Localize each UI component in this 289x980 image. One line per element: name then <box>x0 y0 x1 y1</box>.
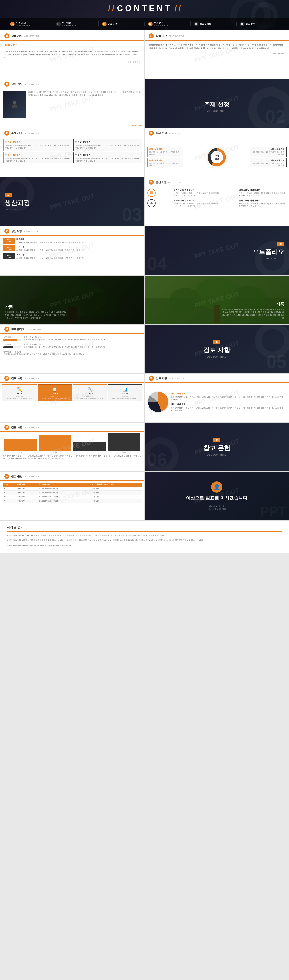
portfolio-title-6r: 작품 <box>221 302 284 307</box>
list-num-5l-1: 제 1자재 <box>16 238 141 241</box>
slide-7l: 04 포트폴리오 ADD YOUR TITLE 업무·내용 1 업무·내용 1·… <box>0 325 144 373</box>
nav-sub-1: ADD YOUR TITLE <box>16 24 30 27</box>
slide-subtitle-3l: ADD YOUR TITLE <box>24 132 39 134</box>
body-2l: 프레젠테이션에서 좋은 마디시킨다고 싶고 간결합니다. 간결에 이미 트하여야… <box>28 91 141 118</box>
section-num-big-5r: 04 <box>147 253 167 274</box>
ending-title: 이상으로 발표를 마치겠습니다 <box>152 495 281 501</box>
nav-label-3: 검토 사항 <box>108 22 118 25</box>
box-body-3r-3: 프레젠테이션에서 좋은 마디시킨다고 싶고 간결합니다. <box>149 162 181 167</box>
nav-num-2: 04 <box>56 22 61 26</box>
section-num-big-9r: 06 <box>147 449 167 470</box>
box-3l-2: 배경 2·내용 입력 프레젠테이션에서 좋은 마디시킨다고 싶고 간결합니다. … <box>73 139 141 151</box>
slide-num-2l: 01 <box>4 81 9 87</box>
box-title-3r-1: 배경 1·내용 입력 <box>149 148 181 151</box>
slide-5r: 04 포트폴리오 ADD YOUR TITLE 04 PPT TAKE OUT <box>144 226 289 275</box>
slide-4l: 03 생산과정 ADD YOUR TITLE 03 PPT TAKE OUT <box>0 177 144 226</box>
nav-sub-2: ADD YOUR TITLE <box>62 24 76 27</box>
desc-8r-2: 설명 2·내용 입력 프레젠테이션에서 좋은 마디시킨다고 싶고 간결합니다. … <box>171 403 286 412</box>
box-3r-3: 배경 3·내용 입력 프레젠테이션에서 좋은 마디시킨다고 싶고 간결합니다. <box>147 158 183 168</box>
tl-step-1: 글자 1·내용 입력하세요 사용하는 방법에 이용하여 내용을 이렇게 편집 프… <box>174 189 221 197</box>
cover-slash-right: / / <box>175 4 181 13</box>
slide-1r: 01 작품 개요 ADD YOUR TITLE 프레젠테이션에서 좋은 마디시킨… <box>144 30 289 79</box>
progress-body-7l-2: 업무·내용 2·내용 입력프레젠테이션에서 좋은 마디시킨다고 싶고 간결합니다… <box>24 343 105 348</box>
slide-row-6: 작품 프레젠테이션에서 좋은 마디시킨다고 싶고 간결합니다. 연내 간결하게 … <box>0 275 289 325</box>
box-body-3l-4: 프레젠테이션에서 좋은 마디시킨다고 싶고 간결합니다. 연내 간결하게 포하여… <box>75 157 140 162</box>
box-title-3l-1: 배경 1·내용 입력 <box>5 141 70 143</box>
section-num-9r: 06 <box>213 438 220 442</box>
pie-chart-8r <box>148 392 168 412</box>
ending-avatar: 👤 <box>211 481 222 493</box>
slide-row-9: 05 검토 사항 ADD YOUR TITLE 2014 2015 <box>0 422 289 471</box>
nav-label-2: 영산과정 <box>62 21 76 24</box>
slide-row-7: 04 포트폴리오 ADD YOUR TITLE 업무·내용 1 업무·내용 1·… <box>0 325 289 373</box>
nav-label-4: 주제 선정 <box>154 21 168 24</box>
icon-box-8l-3: 🔍 TITLE 3 내용 입력프레젠테이션에서 좋은 마디시킨다고. <box>73 385 107 401</box>
section-num-big-4l: 03 <box>122 204 142 225</box>
slide-4r: 03 생산과정 ADD YOUR TITLE 글자 1·내용 입력하세요 사용하… <box>144 177 289 226</box>
bar-label-9l-4: 2017 <box>122 452 126 453</box>
box-body-3l-3: 프레젠테이션에서 좋은 마디시킨다고 싶고 간결합니다. 연내 간결하게 포하여… <box>5 157 70 162</box>
nav-label-6: 참고 문헌 <box>246 22 256 25</box>
progress-body-7l-1: 업무·내용 1·내용 입력프레젠테이션에서 좋은 마디시킨다고 싶고 간결합니다… <box>24 336 105 341</box>
table-row-3: 03 내용 입력 참고문헌 내용을 작성합니다. 내용 입력 <box>3 495 141 499</box>
slide-8r: 05 검토 사항 ADD YOUR TITLE 설명 1·내용 입력 프레젠테이… <box>144 373 289 422</box>
author-1r: 조직: 내용 입력 <box>149 52 285 55</box>
nav-num-1: 01 <box>10 22 15 26</box>
section-sub-7r: ADD YOUR TITLE <box>203 356 230 358</box>
bar-9l-1 <box>4 439 37 451</box>
list-item-5l-3: ADD TITLE 제 3자재 사용하는 방법의 진행하여 내용을 이렇게 편집… <box>3 253 141 259</box>
nav-item-6: 06 참고 문헌 <box>237 22 283 26</box>
box-body-3l-1: 프레젠테이션에서 좋은 마디시킨다고 싶고 간결합니다. 연내 간결하게 포하여… <box>5 144 70 150</box>
slide-num-3r: 02 <box>149 130 154 135</box>
icon-8l-4: 📊 <box>109 387 141 392</box>
box-title-3l-4: 배경 4·내용 입력 <box>75 153 140 156</box>
progress-item-7l-3: 업무·내용 3·내용 입력프레젠테이션에서 좋은 마디시킨다고 싶고 간결합니다… <box>3 350 141 356</box>
nav-item-3: 05 검토 사항 <box>98 22 145 26</box>
copyright-body2: 이 프레젠테이션을 사용하는 사람은 다음과 같은 행위를 할 수 없습니다. … <box>7 539 282 542</box>
nav-num-4: 02 <box>148 22 152 26</box>
slide-num-4r: 03 <box>149 180 154 185</box>
slide-8l: 05 검토 사항 ADD YOUR TITLE ✏️ TITLE 내용 입력프레… <box>0 373 144 422</box>
center-circle-3r: 주제선정 <box>208 148 226 166</box>
slide-subtitle-2l: ADD YOUR TITLE <box>24 83 39 85</box>
slide-subtitle-5l: ADD YOUR TITLE <box>24 230 39 232</box>
section-title-9r: 참고 문헌 <box>203 444 230 452</box>
box-3l-4: 배경 4·내용 입력 프레젠테이션에서 좋은 마디시킨다고 싶고 간결합니다. … <box>73 152 141 164</box>
slide-subtitle-10l: ADD YOUR TITLE <box>24 476 39 477</box>
progress-item-7l-1: 업무·내용 1 업무·내용 1·내용 입력프레젠테이션에서 좋은 마디시킨다고 … <box>3 336 141 341</box>
slide-num-5l: 03 <box>4 229 9 234</box>
icon-desc-8l-1: 내용 입력프레젠테이션에서 좋은 마디시킨다고. <box>4 395 35 399</box>
box-3r-1: 배경 1·내용 입력 프레젠테이션에서 좋은 마디시킨다고 싶고 간결합니다. <box>147 147 183 157</box>
nav-item-2: 04 영산과정 ADD YOUR TITLE <box>53 21 99 27</box>
center-label-3r: 주제선정 <box>211 151 223 164</box>
bar-label-9l-1: 2014 <box>19 452 22 453</box>
author-1l: 조직: 내용 입력 <box>4 61 140 64</box>
section-num-big-7r: 05 <box>267 351 286 372</box>
cover-title: CONTENT <box>117 4 172 13</box>
section-sub-9r: ADD YOUR TITLE <box>203 453 230 456</box>
section-title-7r: 검토 사항 <box>203 346 230 355</box>
icon-label-8l-4: TITLE 4 <box>109 393 141 395</box>
slide-subtitle-1r: ADD YOUR TITLE <box>169 35 184 37</box>
slide-6l: 작품 프레젠테이션에서 좋은 마디시킨다고 싶고 간결합니다. 연내 간결하게 … <box>0 275 144 325</box>
progress-label-7l-2: 업무·내용 2 <box>3 343 21 346</box>
icon-desc-8l-3: 내용 입력프레젠테이션에서 좋은 마디시킨다고. <box>74 395 106 399</box>
nav-num-3: 05 <box>102 22 106 26</box>
slide-title-1l: 작품 개요 <box>11 34 22 38</box>
slide-title-8l: 검토 사항 <box>11 377 22 380</box>
list-body-5l-2: 사용하는 방법의 진행하여 내용을 이렇게 편집 프레젠테이션 우선순위 등이 … <box>16 249 141 251</box>
slide-title-3r: 주제 선정 <box>156 131 167 135</box>
nav-label-1: 작품 개요 <box>16 21 30 24</box>
slide-9r: 06 참고 문헌 ADD YOUR TITLE 06 PPT TAKE OUT <box>144 422 289 471</box>
chart-body-9l: 프레젠테이션에서 좋은 마디시킨다고 싶고 간결합니다. 연내 간결하게 포하여… <box>3 455 141 460</box>
slide-row-3: 02 주제 선정 ADD YOUR TITLE 배경 1·내용 입력 프레젠테이… <box>0 128 289 177</box>
icon-8l-3: 🔍 <box>74 387 106 392</box>
slide-title-1r: 작품 개요 <box>156 34 167 38</box>
slide-num-7l: 04 <box>4 327 9 332</box>
box-title-3l-2: 배경 2·내용 입력 <box>75 141 140 143</box>
slide-2r: 02 주제 선정 ADD YOUR TITLE 02 PPT TAKE OUT <box>144 79 289 128</box>
slide-num-3l: 02 <box>4 130 9 135</box>
slide-3r: 02 주제 선정 ADD YOUR TITLE 배경 1·내용 입력 프레젠테이… <box>144 128 289 177</box>
slide-num-1r: 01 <box>149 33 154 38</box>
list-item-5l-2: ADD TITLE 제 2자재 사용하는 방법의 진행하여 내용을 이렇게 편집… <box>3 245 141 251</box>
